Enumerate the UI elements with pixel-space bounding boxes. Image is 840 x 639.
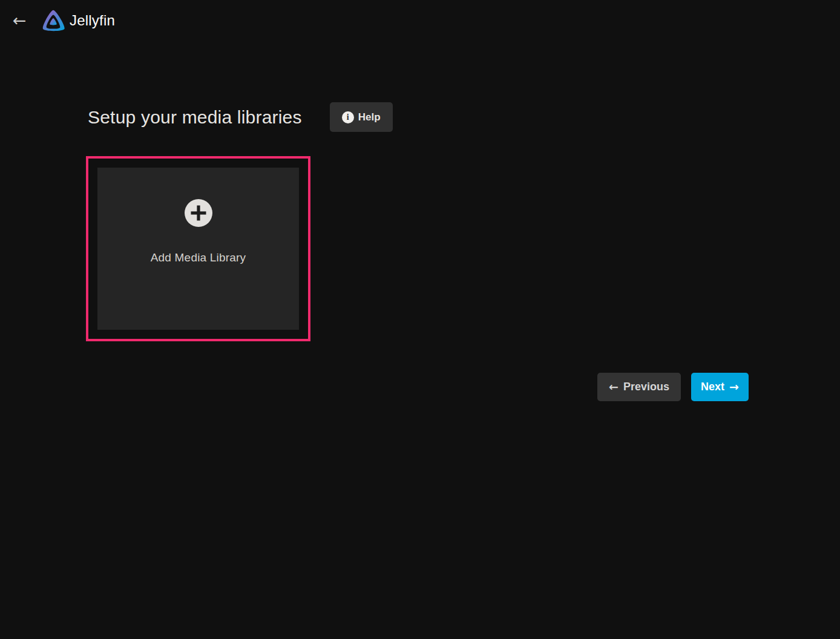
- app-title: Jellyfin: [70, 12, 115, 29]
- arrow-left-icon: ←: [609, 381, 619, 393]
- back-button[interactable]: ←: [6, 7, 33, 34]
- previous-button-label: Previous: [623, 381, 669, 393]
- next-button-label: Next: [701, 381, 724, 393]
- next-button[interactable]: Next →: [691, 373, 749, 401]
- info-icon: i: [342, 111, 354, 123]
- wizard-content: Setup your media libraries i Help Add Me…: [88, 41, 749, 401]
- add-media-library-label: Add Media Library: [151, 251, 246, 264]
- plus-icon: [185, 199, 212, 227]
- previous-button[interactable]: ← Previous: [597, 373, 681, 401]
- add-media-library-card[interactable]: Add Media Library: [97, 168, 299, 330]
- help-button[interactable]: i Help: [330, 102, 393, 132]
- page-title: Setup your media libraries: [88, 107, 302, 128]
- jellyfin-setup-wizard-screen: ← Jellyfin Setup your media libraries i: [0, 0, 840, 639]
- app-header: ← Jellyfin: [0, 0, 840, 41]
- wizard-nav-row: ← Previous Next →: [88, 373, 749, 401]
- help-button-label: Help: [358, 111, 381, 123]
- jellyfin-logo-icon: [42, 9, 65, 32]
- arrow-left-icon: ←: [13, 11, 27, 30]
- arrow-right-icon: →: [729, 381, 739, 393]
- library-card-section: Add Media Library: [88, 168, 749, 330]
- heading-row: Setup your media libraries i Help: [88, 102, 749, 132]
